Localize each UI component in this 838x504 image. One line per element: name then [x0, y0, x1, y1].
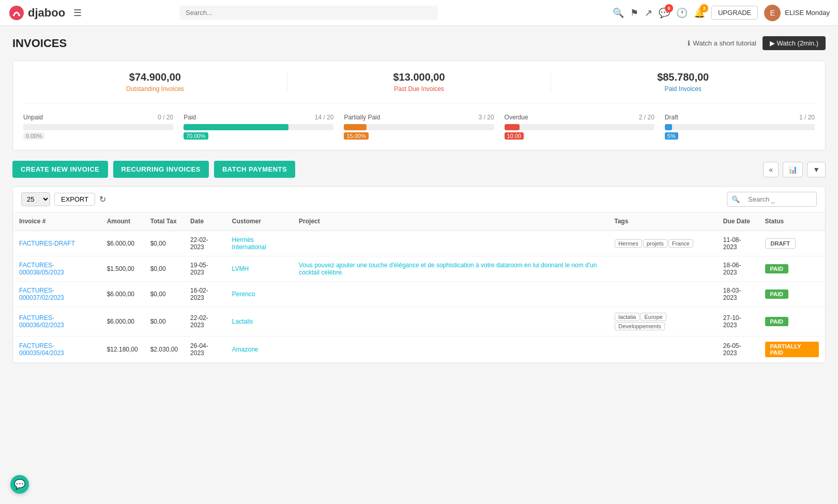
- progress-count: 2 / 20: [639, 114, 654, 121]
- project-link[interactable]: Vous pouvez ajouter une touche d'éléganc…: [299, 262, 597, 276]
- action-btns-right: « 📊 ▼: [763, 162, 826, 177]
- tag[interactable]: Developpements: [615, 322, 665, 330]
- table-row: FACTURES-000037/02/2023$6.000,00$0,0016-…: [13, 282, 825, 307]
- invoice-tax: $0,00: [144, 256, 184, 282]
- progress-pct: 15.00%: [344, 132, 368, 140]
- upgrade-button[interactable]: UPGRADE: [711, 6, 758, 20]
- col-header-invoice--: Invoice #: [13, 212, 101, 231]
- table-card: 2550100 EXPORT ↻ 🔍 Invoice #AmountTotal …: [12, 186, 826, 363]
- customer-link[interactable]: LVMH: [232, 265, 249, 272]
- invoice-amount: $1.500,00: [101, 256, 144, 282]
- progress-bar-bg: [23, 124, 173, 130]
- invoice-project: [293, 307, 608, 337]
- invoice-number: FACTURES-000037/02/2023: [13, 282, 101, 307]
- header: djaboo ☰ 🔍 ⚑ ↗ 💬 6 🕐 🔔 3 UPGRADE E ELISE…: [0, 0, 838, 26]
- progress-label: Draft: [665, 114, 678, 121]
- stat-outstanding: $74.900,00 Outstanding Invoices: [23, 71, 287, 93]
- share-icon-btn[interactable]: ↗: [645, 7, 652, 19]
- invoice-status: PARTIALLY PAID: [759, 337, 825, 363]
- progress-bar-fill: [344, 124, 367, 130]
- invoice-due-date: 26-05-2023: [717, 337, 759, 363]
- flag-icon-btn[interactable]: ⚑: [630, 7, 638, 19]
- progress-item-draft: Draft 1 / 20 5%: [665, 114, 815, 140]
- customer-link[interactable]: Lactalis: [232, 318, 253, 325]
- header-search-input[interactable]: [179, 6, 438, 20]
- progress-pct: 10.00: [505, 132, 524, 140]
- invoice-amount: $6.000,00: [101, 307, 144, 337]
- pastdue-amount: $13.000,00: [287, 71, 551, 83]
- outstanding-label: Outstanding Invoices: [23, 85, 287, 93]
- progress-count: 1 / 20: [799, 114, 815, 121]
- invoice-tax: $0,00: [144, 231, 184, 256]
- customer-link[interactable]: Perenco: [232, 291, 255, 298]
- invoice-date: 19-05-2023: [184, 256, 226, 282]
- recurring-invoices-button[interactable]: RECURRING INVOICES: [113, 161, 209, 178]
- invoice-project: [293, 282, 608, 307]
- chart-view-button[interactable]: 📊: [783, 162, 803, 177]
- logo[interactable]: djaboo: [8, 5, 65, 21]
- invoice-link[interactable]: FACTURES-000036/02/2023: [19, 314, 64, 329]
- invoice-link[interactable]: FACTURES-000035/04/2023: [19, 342, 64, 357]
- progress-pct: 70.00%: [184, 132, 208, 140]
- invoice-project: Vous pouvez ajouter une touche d'éléganc…: [293, 256, 608, 282]
- invoice-link[interactable]: FACTURES-000037/02/2023: [19, 287, 64, 301]
- invoice-link[interactable]: FACTURES-000038/05/2023: [19, 262, 64, 276]
- export-button[interactable]: EXPORT: [54, 193, 95, 206]
- rows-per-page-select[interactable]: 2550100: [21, 192, 50, 206]
- watch-tutorial-link[interactable]: ℹ Watch a short tutorial: [688, 39, 756, 47]
- clock-icon-btn[interactable]: 🕐: [676, 7, 688, 19]
- status-badge: PAID: [765, 289, 788, 299]
- table-search-input[interactable]: [744, 193, 816, 205]
- stat-pastdue: $13.000,00 Past Due Invoices: [287, 71, 552, 93]
- invoice-customer: LVMH: [226, 256, 293, 282]
- customer-link[interactable]: Hermès International: [232, 236, 266, 251]
- notifications-badge: 3: [700, 4, 708, 12]
- invoice-number: FACTURES-000036/02/2023: [13, 307, 101, 337]
- page-content: INVOICES ℹ Watch a short tutorial ▶ Watc…: [0, 26, 838, 374]
- invoice-date: 26-04-2023: [184, 337, 226, 363]
- menu-icon[interactable]: ☰: [73, 7, 82, 19]
- invoice-date: 22-02-2023: [184, 231, 226, 256]
- watch-button[interactable]: ▶ Watch (2min.): [763, 36, 826, 50]
- messages-icon-btn[interactable]: 💬 6: [659, 7, 670, 19]
- pastdue-label: Past Due Invoices: [287, 85, 551, 93]
- tag[interactable]: Hermes: [615, 239, 642, 248]
- progress-label: Paid: [184, 114, 196, 121]
- logo-text: djaboo: [28, 6, 65, 20]
- create-invoice-button[interactable]: CREATE NEW INVOICE: [12, 161, 108, 178]
- progress-count: 0 / 20: [158, 114, 173, 121]
- stats-card: $74.900,00 Outstanding Invoices $13.000,…: [12, 60, 826, 150]
- filter-button[interactable]: ▼: [807, 162, 826, 177]
- progress-bar-bg: [184, 124, 333, 130]
- user-menu[interactable]: E ELISE Monday: [764, 5, 830, 21]
- user-name: ELISE Monday: [785, 9, 830, 17]
- tag[interactable]: Europe: [641, 313, 666, 321]
- col-header-status: Status: [759, 212, 825, 231]
- refresh-button[interactable]: ↻: [99, 194, 106, 204]
- progress-item-overdue: Overdue 2 / 20 10.00: [505, 114, 654, 140]
- progress-label: Overdue: [505, 114, 528, 121]
- invoice-due-date: 27-10-2023: [717, 307, 759, 337]
- table-toolbar: 2550100 EXPORT ↻ 🔍: [13, 187, 825, 212]
- notifications-icon-btn[interactable]: 🔔 3: [694, 7, 705, 19]
- tag[interactable]: France: [668, 239, 693, 248]
- col-header-customer: Customer: [226, 212, 293, 231]
- prev-page-button[interactable]: «: [763, 162, 779, 177]
- progress-bar-bg: [344, 124, 494, 130]
- customer-link[interactable]: Amazone: [232, 346, 258, 353]
- invoice-link[interactable]: FACTURES-DRAFT: [19, 240, 75, 247]
- search-icon-btn[interactable]: 🔍: [613, 7, 624, 19]
- batch-payments-button[interactable]: BATCH PAYMENTS: [214, 161, 295, 178]
- invoice-tags: lactaliaEuropeDeveloppements: [608, 307, 717, 337]
- invoice-status: PAID: [759, 307, 825, 337]
- tag[interactable]: projets: [643, 239, 667, 248]
- invoice-due-date: 18-03-2023: [717, 282, 759, 307]
- stat-paid: $85.780,00 Paid Invoices: [551, 71, 815, 93]
- avatar: E: [764, 5, 781, 21]
- progress-item-paid: Paid 14 / 20 70.00%: [184, 114, 333, 140]
- paid-label: Paid Invoices: [551, 85, 815, 93]
- tag[interactable]: lactalia: [615, 313, 639, 321]
- invoice-amount: $6.000,00: [101, 231, 144, 256]
- invoice-tags: [608, 337, 717, 363]
- header-actions: 🔍 ⚑ ↗ 💬 6 🕐 🔔 3 UPGRADE E ELISE Monday: [613, 5, 830, 21]
